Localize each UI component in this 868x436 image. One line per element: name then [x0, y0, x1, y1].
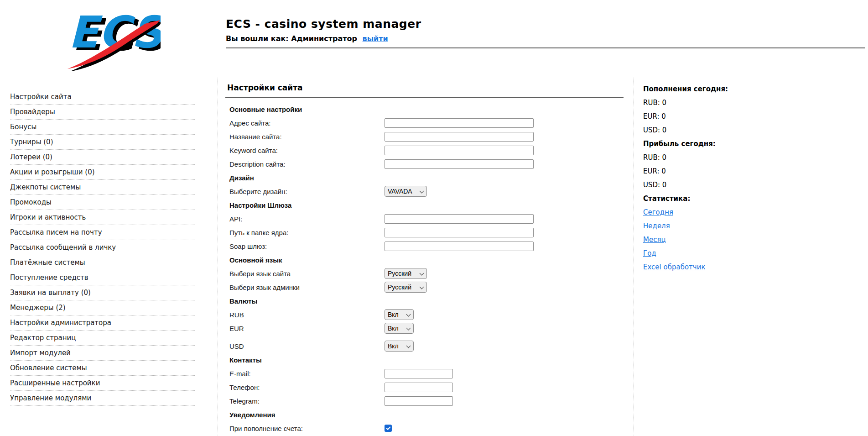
deposits-rub-value: RUB: 0 [643, 96, 780, 110]
logged-in-username: Администратор [291, 34, 357, 43]
sidebar-item-email-newsletter[interactable]: Рассылка писем на почту [10, 225, 195, 240]
profit-rub-value: RUB: 0 [643, 151, 780, 164]
sidebar-item-promocodes[interactable]: Промокоды [10, 195, 195, 210]
usd-currency-label: USD [229, 342, 385, 350]
logout-link[interactable]: выйти [363, 34, 388, 43]
sidebar-item-lotteries[interactable]: Лотереи (0) [10, 150, 195, 165]
ecs-logo-graphic: ECS ECS [60, 5, 161, 71]
eur-currency-label: EUR [229, 325, 385, 332]
stats-link-year[interactable]: Год [643, 249, 656, 257]
site-name-label: Название сайта: [229, 133, 385, 141]
section-currencies: Валюты [229, 297, 257, 305]
sidebar-item-pm-newsletter[interactable]: Рассылка сообщений в личку [10, 240, 195, 255]
sidebar-item-payment-systems[interactable]: Платёжные системы [10, 255, 195, 270]
profit-today-title: Прибыль сегодня: [643, 137, 780, 151]
usd-currency-select[interactable]: Вкл [385, 341, 414, 352]
login-prefix: Вы вошли как: [226, 34, 289, 43]
admin-language-select[interactable]: Русский [385, 282, 427, 293]
sidebar-item-module-import[interactable]: Импорт модулей [10, 346, 195, 361]
sidebar-item-payout-requests[interactable]: Заявки на выплату (0) [10, 285, 195, 300]
telegram-input[interactable] [385, 396, 453, 406]
sidebar-menu: Настройки сайта Провайдеры Бонусы Турнир… [10, 89, 195, 406]
section-basic-settings: Основные настройки [229, 105, 302, 113]
site-description-input[interactable] [385, 159, 534, 169]
design-select[interactable]: VAVADA [385, 186, 427, 197]
stats-link-excel[interactable]: Excel обработчик [643, 263, 705, 271]
eur-currency-select[interactable]: Вкл [385, 323, 414, 334]
phone-label: Телефон: [229, 383, 385, 391]
site-address-label: Адрес сайта: [229, 119, 385, 127]
stats-panel: Пополнения сегодня: RUB: 0 EUR: 0 USD: 0… [643, 82, 780, 274]
site-name-input[interactable] [385, 132, 534, 142]
site-keyword-label: Keyword сайта: [229, 147, 385, 154]
section-gateway-settings: Настройки Шлюза [229, 201, 291, 209]
soap-gateway-input[interactable] [385, 242, 534, 251]
section-design: Дизайн [229, 174, 254, 182]
core-folder-path-input[interactable] [385, 228, 534, 237]
panel-title: Настройки сайта [227, 83, 634, 92]
sidebar-item-tournaments[interactable]: Турниры (0) [10, 135, 195, 150]
statistics-title: Статистика: [643, 192, 780, 205]
profit-eur-value: EUR: 0 [643, 164, 780, 178]
sidebar-item-page-editor[interactable]: Редактор страниц [10, 331, 195, 346]
sidebar-item-incoming-funds[interactable]: Поступление средств [10, 270, 195, 285]
section-notifications: Уведомления [229, 411, 275, 419]
rub-currency-select[interactable]: Вкл [385, 309, 414, 320]
sidebar-item-module-management[interactable]: Управление модулями [10, 391, 195, 406]
stats-link-month[interactable]: Месяц [643, 236, 666, 244]
sidebar-item-players-activity[interactable]: Игроки и активность [10, 210, 195, 225]
rub-currency-label: RUB [229, 311, 385, 319]
deposits-usd-value: USD: 0 [643, 123, 780, 137]
email-label: E-mail: [229, 370, 385, 378]
panel-divider [225, 97, 624, 98]
sidebar-item-promotions[interactable]: Акции и розыгрыши (0) [10, 165, 195, 180]
design-select-label: Выберите дизайн: [229, 188, 385, 195]
sidebar-item-bonuses[interactable]: Бонусы [10, 120, 195, 135]
header-divider [226, 47, 865, 48]
stats-link-week[interactable]: Неделя [643, 222, 670, 230]
deposit-notification-label: При пополнение счета: [229, 425, 385, 432]
deposits-eur-value: EUR: 0 [643, 110, 780, 123]
sidebar-item-advanced-settings[interactable]: Расширенные настройки [10, 376, 195, 391]
app-title: ECS - casino system manager [226, 17, 865, 31]
sidebar-item-managers[interactable]: Менеджеры (2) [10, 300, 195, 315]
site-description-label: Description сайта: [229, 160, 385, 168]
site-settings-panel: Настройки сайта Основные настройки Адрес… [218, 78, 634, 436]
sidebar-item-jackpots[interactable]: Джекпоты системы [10, 180, 195, 195]
api-label: API: [229, 215, 385, 223]
soap-gateway-label: Soap шлюз: [229, 242, 385, 250]
email-input[interactable] [385, 369, 453, 378]
telegram-label: Telegram: [229, 397, 385, 405]
ecs-logo: ECS ECS [60, 5, 161, 71]
site-settings-form: Основные настройки Адрес сайта: Название… [218, 104, 634, 433]
site-address-input[interactable] [385, 118, 534, 128]
site-keyword-input[interactable] [385, 146, 534, 155]
sidebar-item-system-update[interactable]: Обновление системы [10, 361, 195, 376]
deposit-notification-checkbox[interactable] [385, 425, 392, 432]
sidebar-item-providers[interactable]: Провайдеры [10, 105, 195, 120]
phone-input[interactable] [385, 383, 453, 392]
section-contacts: Контакты [229, 356, 262, 364]
stats-link-today[interactable]: Сегодня [643, 208, 673, 216]
section-main-language: Основной язык [229, 256, 282, 264]
core-folder-path-label: Путь к папке ядра: [229, 229, 385, 236]
deposits-today-title: Пополнения сегодня: [643, 82, 780, 96]
page-header: ECS - casino system manager Вы вошли как… [226, 17, 865, 48]
admin-language-label: Выбери язык админки [229, 284, 385, 291]
profit-usd-value: USD: 0 [643, 178, 780, 192]
checkmark-icon [386, 425, 390, 430]
sidebar-item-admin-settings[interactable]: Настройки администратора [10, 315, 195, 331]
site-language-select[interactable]: Русский [385, 268, 427, 279]
api-input[interactable] [385, 214, 534, 224]
login-status: Вы вошли как: Администратор выйти [226, 34, 865, 43]
sidebar-item-site-settings[interactable]: Настройки сайта [10, 89, 195, 105]
site-language-label: Выбери язык сайта [229, 270, 385, 278]
